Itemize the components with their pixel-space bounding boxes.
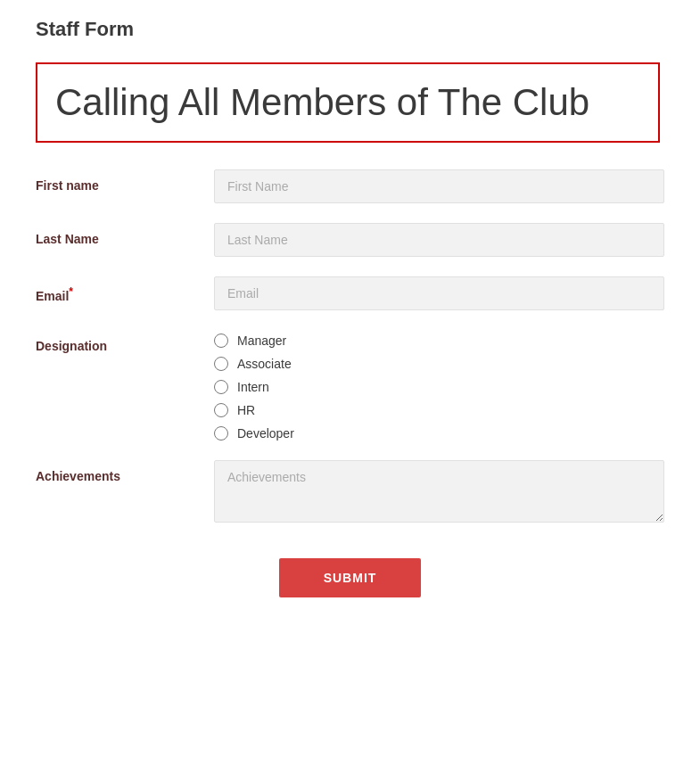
radio-option-hr[interactable]: HR (214, 403, 294, 417)
designation-radio-group: Manager Associate Intern HR Developer (214, 330, 294, 441)
email-label: Email* (36, 276, 214, 303)
first-name-input[interactable] (214, 169, 664, 203)
radio-intern-label: Intern (237, 380, 269, 394)
radio-intern[interactable] (214, 380, 228, 394)
radio-associate-label: Associate (237, 357, 292, 371)
last-name-label: Last Name (36, 223, 214, 246)
designation-label: Designation (36, 330, 214, 353)
radio-option-associate[interactable]: Associate (214, 357, 294, 371)
form-body: First name Last Name Email* Designation … (36, 169, 664, 597)
last-name-row: Last Name (36, 223, 664, 257)
radio-associate[interactable] (214, 357, 228, 371)
first-name-label: First name (36, 169, 214, 193)
radio-hr[interactable] (214, 403, 228, 417)
radio-option-intern[interactable]: Intern (214, 380, 294, 394)
form-header: Calling All Members of The Club (36, 62, 660, 143)
email-row: Email* (36, 276, 664, 310)
achievements-label: Achievements (36, 460, 214, 483)
submit-area: SUBMIT (36, 558, 664, 597)
achievements-row: Achievements (36, 460, 664, 523)
designation-row: Designation Manager Associate Intern HR … (36, 330, 664, 441)
first-name-row: First name (36, 169, 664, 203)
required-star: * (69, 285, 73, 298)
last-name-input[interactable] (214, 223, 664, 257)
radio-option-manager[interactable]: Manager (214, 334, 294, 348)
radio-manager[interactable] (214, 334, 228, 348)
achievements-input[interactable] (214, 460, 664, 523)
radio-manager-label: Manager (237, 334, 286, 348)
radio-developer-label: Developer (237, 426, 294, 441)
radio-option-developer[interactable]: Developer (214, 426, 294, 441)
submit-button[interactable]: SUBMIT (279, 558, 422, 597)
radio-hr-label: HR (237, 403, 255, 417)
form-heading: Calling All Members of The Club (55, 80, 640, 125)
page-title: Staff Form (36, 18, 664, 41)
email-input[interactable] (214, 276, 664, 310)
radio-developer[interactable] (214, 426, 228, 441)
